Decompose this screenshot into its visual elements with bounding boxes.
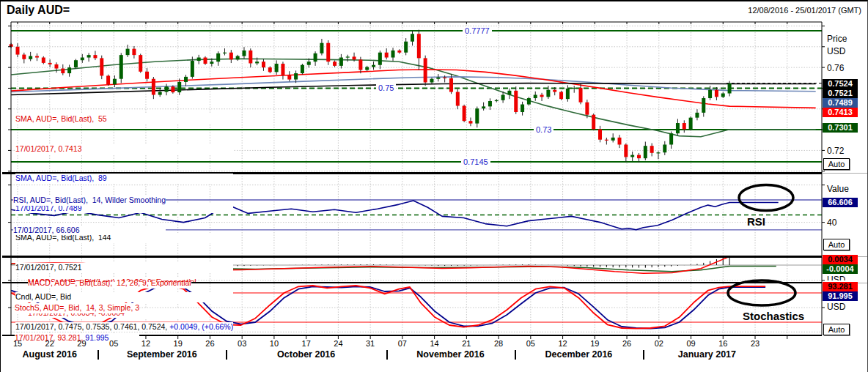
x-axis-day-label: 26: [617, 339, 636, 348]
x-axis-day-label: 05: [521, 339, 540, 348]
sma89-badge: 0.7489: [823, 98, 858, 108]
x-axis-month-separator: [386, 350, 388, 360]
x-axis-day-label: 29: [72, 339, 91, 348]
sma55-badge: 0.7413: [823, 108, 858, 117]
level-label-7145: 0.7145: [461, 157, 490, 166]
legend-stoch-line1: StochS, AUD=, Bid, 14, 3, Simple, 3: [15, 303, 139, 313]
rsi-legend: RSI, AUD=, Bid(Last), 14, Wilder Smoothi…: [13, 176, 166, 255]
rsi-annotation-label: RSI: [747, 215, 765, 228]
stochastics-annotation-label: Stochastics: [743, 310, 804, 322]
x-axis-month-label: January 2017: [678, 349, 736, 360]
x-axis-day-label: 12: [136, 339, 155, 348]
level-label-75: 0.75: [376, 83, 396, 92]
x-axis-day-label: 26: [200, 339, 219, 348]
price-tick-072: 0.72: [827, 146, 844, 156]
x-axis-month-separator: [515, 350, 516, 360]
x-axis-day-label: 19: [169, 339, 188, 348]
page-title: Daily AUD=: [7, 4, 70, 17]
x-axis: 1522290512192603101724310714212805121926…: [1, 339, 868, 362]
last-price-badge: 0.7524: [823, 79, 858, 89]
x-axis-month-separator: [643, 350, 644, 360]
x-axis-day-label: 19: [585, 339, 604, 348]
x-axis-day-label: 28: [489, 339, 508, 348]
x-axis-month-label: August 2016: [23, 349, 77, 360]
legend-sma55-line2: 17/01/2017, 0.7413: [15, 144, 233, 155]
x-axis-day-label: 31: [361, 339, 380, 348]
level-label-7777: 0.7777: [463, 26, 492, 35]
date-range: 12/08/2016 - 25/01/2017 (GMT): [748, 6, 861, 15]
rsi-tick-40: 40: [827, 217, 836, 228]
macd-signal-badge: -0.0004: [823, 264, 858, 274]
legend-rsi-line1: RSI, AUD=, Bid(Last), 14, Wilder Smoothi…: [13, 196, 166, 206]
price-auto-button[interactable]: Auto: [823, 158, 850, 170]
x-axis-day-label: 10: [265, 339, 284, 348]
x-axis-day-label: 24: [328, 339, 347, 348]
level-label-73: 0.73: [534, 125, 553, 134]
price-axis-unit: USD: [827, 46, 845, 56]
x-axis-day-label: 05: [104, 339, 123, 348]
x-axis-day-label: 12: [553, 339, 573, 348]
x-axis-month-label: November 2016: [416, 349, 484, 360]
x-axis-day-label: 03: [232, 339, 251, 348]
chart-window: Daily AUD= 12/08/2016 - 25/01/2017 (GMT)…: [0, 0, 868, 372]
x-axis-month-label: September 2016: [127, 349, 197, 360]
stoch-k-badge: 93.281: [823, 282, 858, 291]
x-axis-day-label: 16: [713, 339, 732, 348]
x-axis-day-label: 14: [425, 339, 444, 348]
x-axis-day-label: 02: [650, 339, 669, 348]
stoch-axis-unit: USD: [827, 302, 845, 312]
legend-macd-line3-clipped: MACDS, AUD=, Bid(Last), 12, 26, 9, Expon…: [28, 278, 196, 282]
x-axis-day-label: 21: [457, 339, 476, 348]
macd-value-badge: 0.0034: [823, 255, 858, 264]
stoch-d-badge: 91.995: [823, 291, 858, 301]
x-axis-day-label: 15: [8, 339, 27, 348]
rsi-axis-label: Value: [827, 184, 849, 194]
x-axis-day-label: 07: [393, 339, 412, 348]
x-axis-day-label: 17: [297, 339, 316, 348]
x-axis-month-separator: [226, 350, 227, 360]
green-ma-badge: 0.7301: [823, 123, 858, 133]
rsi-auto-button[interactable]: Auto: [823, 239, 850, 250]
legend-rsi-line2: 17/01/2017, 66.606: [13, 226, 166, 236]
stoch-auto-button[interactable]: Auto: [823, 324, 850, 335]
macd-axis-unit-clipped: USD: [827, 275, 845, 280]
rsi-value-badge: 66.606: [823, 198, 858, 207]
price-tick-076: 0.76: [827, 63, 844, 73]
x-axis-day-label: 09: [682, 339, 701, 348]
x-axis-day-label: 22: [40, 339, 59, 348]
x-axis-day-label: 23: [746, 339, 765, 348]
price-axis-label: Price: [827, 34, 847, 44]
x-axis-month-label: October 2016: [277, 349, 335, 360]
x-axis-month-separator: [98, 350, 99, 360]
sma144-badge: 0.7521: [823, 89, 858, 98]
x-axis-month-label: December 2016: [545, 349, 613, 360]
rsi-annotation-ellipse: [739, 185, 793, 211]
legend-sma55-line1: SMA, AUD=, Bid(Last), 55: [15, 114, 233, 124]
